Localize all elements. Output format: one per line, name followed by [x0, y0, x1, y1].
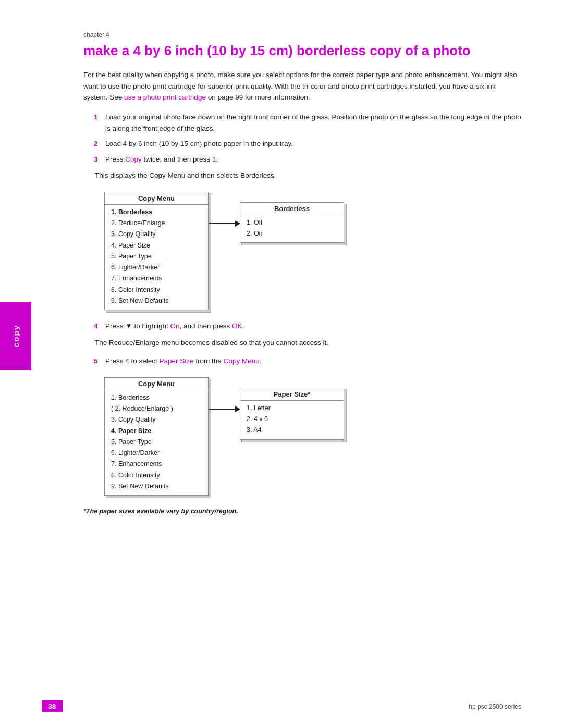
menu-container-2: Copy Menu 1. Borderless ( 2. Reduce/Enla… — [104, 377, 521, 496]
menu1-item-7: 8. Color Intensity — [111, 285, 202, 295]
copy-menu-body-1: 1. Borderless 2. Reduce/Enlarge 3. Copy … — [105, 205, 208, 310]
sidebar-label: copy — [11, 325, 20, 347]
intro-paragraph: For the best quality when copying a phot… — [83, 69, 521, 103]
borderless-item-0: 1. Off — [247, 217, 337, 228]
step-4-middle: to highlight — [132, 322, 170, 330]
step-4: 4 Press ▼ to highlight On, and then pres… — [94, 320, 521, 332]
arrow-line-1 — [209, 223, 240, 224]
step-4-link-ok[interactable]: OK — [232, 322, 242, 330]
menu2-item-0: 1. Borderless — [111, 392, 202, 403]
papersize-menu: Paper Size* 1. Letter 2. 4 x 6 3. A4 — [240, 388, 344, 440]
menu1-item-8: 9. Set New Defaults — [111, 295, 202, 306]
step-4-number: 4 — [94, 320, 105, 332]
papersize-item-2: 3. A4 — [247, 425, 337, 436]
step-3: 3 Press Copy twice, and then press 1. — [94, 154, 521, 165]
menu2-item-8: 9. Set New Defaults — [111, 481, 202, 492]
step-3-link-copy[interactable]: Copy — [125, 155, 142, 163]
page-title: make a 4 by 6 inch (10 by 15 cm) borderl… — [83, 43, 521, 59]
menu1-item-6: 7. Enhancements — [111, 273, 202, 284]
step-5-link-4[interactable]: 4 — [125, 357, 129, 365]
borderless-menu-header: Borderless — [240, 203, 344, 215]
borderless-menu-box: Borderless 1. Off 2. On — [240, 202, 344, 243]
menu1-item-3: 4. Paper Size — [111, 240, 202, 251]
step-5-prefix: Press — [105, 357, 125, 365]
step-4-sub: The Reduce/Enlarge menu becomes disabled… — [95, 337, 521, 349]
step-4-prefix: Press — [105, 322, 125, 330]
menu2-item-1: ( 2. Reduce/Enlarge ) — [111, 403, 202, 414]
step-3-middle: twice, and then press — [142, 155, 212, 163]
step-5-link-papersize[interactable]: Paper Size — [160, 357, 194, 365]
step-4-link-on[interactable]: On — [170, 322, 179, 330]
menu1-item-4: 5. Paper Type — [111, 251, 202, 262]
menu2-item-4: 5. Paper Type — [111, 437, 202, 448]
menu1-item-5: 6. Lighter/Darker — [111, 262, 202, 273]
step-3-sub: This displays the Copy Menu and then sel… — [95, 170, 521, 181]
intro-suffix: on page 99 for more information. — [208, 93, 310, 101]
menu2-item-7: 8. Color Intensity — [111, 470, 202, 481]
borderless-menu: Borderless 1. Off 2. On — [240, 202, 344, 243]
copy-menu-box-2: Copy Menu 1. Borderless ( 2. Reduce/Enla… — [104, 377, 209, 496]
step-4-middle2: , and then press — [179, 322, 232, 330]
step-3-prefix: Press — [105, 155, 125, 163]
step-5-number: 5 — [94, 355, 105, 367]
menu1-item-1: 2. Reduce/Enlarge — [111, 218, 202, 229]
menu1-item-2: 3. Copy Quality — [111, 229, 202, 240]
papersize-menu-body: 1. Letter 2. 4 x 6 3. A4 — [240, 401, 344, 439]
intro-link[interactable]: use a photo print cartridge — [124, 93, 206, 101]
papersize-item-0: 1. Letter — [247, 403, 337, 414]
chapter-label: chapter 4 — [83, 31, 521, 39]
copy-menu-1: Copy Menu 1. Borderless 2. Reduce/Enlarg… — [104, 192, 209, 310]
sidebar-tab: copy — [0, 302, 31, 370]
product-name: hp psc 2500 series — [469, 703, 521, 710]
step-1-number: 1 — [94, 112, 105, 123]
page-number: 38 — [42, 700, 63, 712]
steps-list: 1 Load your original photo face down on … — [94, 112, 521, 165]
step-2-text: Load 4 by 6 inch (10 by 15 cm) photo pap… — [105, 138, 521, 150]
step-4-link-down: ▼ — [125, 322, 132, 330]
step-1-text: Load your original photo face down on th… — [105, 112, 521, 134]
footer: 38 hp psc 2500 series — [0, 700, 563, 712]
step-5-suffix: . — [260, 357, 262, 365]
copy-menu-header-2: Copy Menu — [105, 378, 208, 390]
menu1-item-0: 1. Borderless — [111, 207, 202, 218]
step-1: 1 Load your original photo face down on … — [94, 112, 521, 134]
step-4-suffix: . — [242, 322, 244, 330]
papersize-menu-box: Paper Size* 1. Letter 2. 4 x 6 3. A4 — [240, 388, 344, 440]
menu2-item-3: 4. Paper Size — [111, 426, 202, 437]
menu2-item-6: 7. Enhancements — [111, 459, 202, 470]
arrow-1 — [209, 223, 240, 224]
step-3-content: Press Copy twice, and then press 1. — [105, 154, 521, 165]
step-5-middle2: from the — [194, 357, 224, 365]
borderless-menu-body: 1. Off 2. On — [240, 215, 344, 243]
arrow-2 — [209, 409, 240, 410]
copy-menu-2: Copy Menu 1. Borderless ( 2. Reduce/Enla… — [104, 377, 209, 496]
menu-container-1: Copy Menu 1. Borderless 2. Reduce/Enlarg… — [104, 192, 521, 310]
step-5-content: Press 4 to select Paper Size from the Co… — [105, 355, 521, 367]
copy-menu-header-1: Copy Menu — [105, 192, 208, 205]
copy-menu-body-2: 1. Borderless ( 2. Reduce/Enlarge ) 3. C… — [105, 390, 208, 495]
step-3-number: 3 — [94, 154, 105, 165]
step-2: 2 Load 4 by 6 inch (10 by 15 cm) photo p… — [94, 138, 521, 150]
step-2-number: 2 — [94, 138, 105, 150]
copy-menu-box-1: Copy Menu 1. Borderless 2. Reduce/Enlarg… — [104, 192, 209, 310]
menu2-item-5: 6. Lighter/Darker — [111, 448, 202, 459]
papersize-menu-header: Paper Size* — [240, 388, 344, 401]
step-4-list: 4 Press ▼ to highlight On, and then pres… — [94, 320, 521, 332]
footnote: *The paper sizes available vary by count… — [83, 506, 521, 516]
arrow-line-2 — [209, 409, 240, 410]
step-5: 5 Press 4 to select Paper Size from the … — [94, 355, 521, 367]
step-5-middle: to select — [129, 357, 160, 365]
step-5-list: 5 Press 4 to select Paper Size from the … — [94, 355, 521, 367]
menu2-item-2: 3. Copy Quality — [111, 414, 202, 425]
step-5-link-copymenu[interactable]: Copy Menu — [224, 357, 260, 365]
page-container: copy chapter 4 make a 4 by 6 inch (10 by… — [0, 0, 563, 728]
step-3-suffix: . — [216, 155, 218, 163]
step-4-content: Press ▼ to highlight On, and then press … — [105, 320, 521, 332]
papersize-item-1: 2. 4 x 6 — [247, 414, 337, 425]
borderless-item-1: 2. On — [247, 228, 337, 239]
